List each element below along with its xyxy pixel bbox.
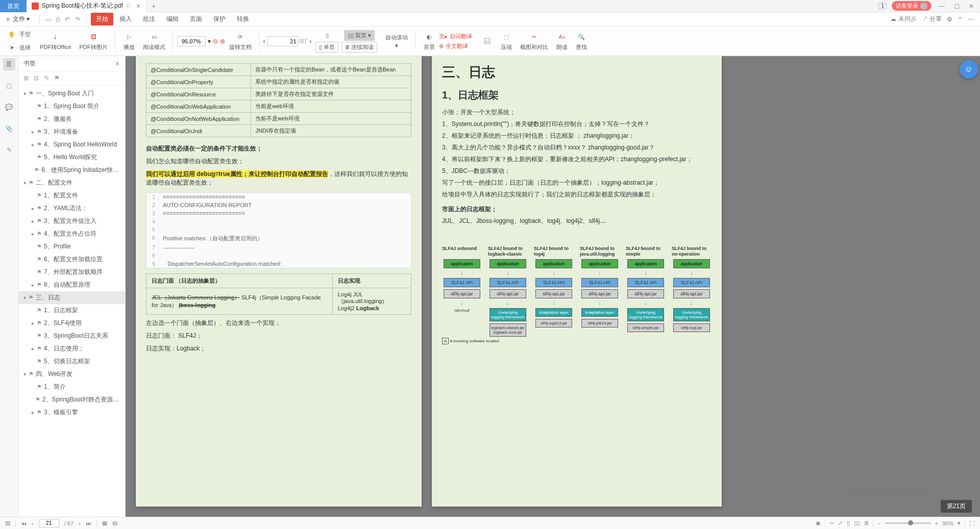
sb-eye-icon[interactable]: ◉ [816, 520, 821, 526]
full-translate[interactable]: ⊕全文翻译 [439, 42, 472, 50]
zoom-input[interactable] [177, 36, 206, 46]
comments-rail-icon[interactable]: 💬 [3, 101, 15, 113]
close-sidebar-icon[interactable]: ✕ [115, 60, 120, 67]
sb-next-icon[interactable]: › [79, 520, 81, 526]
select-tool[interactable]: ➤选择 [6, 42, 31, 54]
sb-last-icon[interactable]: ⏭ [86, 520, 91, 526]
signatures-rail-icon[interactable]: ✎ [3, 144, 15, 156]
menu-convert[interactable]: 转换 [232, 13, 254, 26]
menu-annotate[interactable]: 批注 [138, 13, 160, 26]
read-aloud[interactable]: A»朗读 [552, 30, 572, 52]
zoom-in-icon[interactable]: ⊕ [220, 38, 225, 45]
badge-count[interactable]: 1 [878, 3, 887, 9]
bookmarks-rail-icon[interactable]: ☰ [3, 58, 15, 70]
zoom-out-icon[interactable]: ⊖ [213, 38, 218, 45]
sb-first-icon[interactable]: ⏮ [21, 520, 27, 526]
close-tab-icon[interactable]: ✕ [136, 3, 141, 10]
sync-status[interactable]: ☁ 未同步 [890, 15, 916, 23]
rotate-doc[interactable]: ⟳旋转文档 [225, 30, 259, 52]
close-window-icon[interactable]: ✕ [967, 3, 976, 10]
hand-tool[interactable]: ✋手型 [6, 29, 31, 40]
single-page[interactable]: ▯ 单页 [315, 42, 338, 53]
bookmark-node[interactable]: ▸⚑2、YAML语法： [18, 202, 125, 215]
collapse-ribbon-icon[interactable]: ⌃ [958, 16, 963, 23]
bookmark-node[interactable]: ⚑7、外部配置加载顺序 [18, 266, 125, 279]
bookmark-node[interactable]: ▾⚑四、Web开发 [18, 368, 125, 381]
bookmark-node[interactable]: ▸⚑8、自动配置原理 [18, 279, 125, 291]
bookmark-node[interactable]: ⚑5、切换日志框架 [18, 355, 125, 368]
play-button[interactable]: ▷播放 [119, 30, 139, 52]
open-icon[interactable]: ▭ [45, 16, 51, 23]
sb-prev-icon[interactable]: ‹ [32, 520, 34, 526]
sb-zoom-dropdown-icon[interactable]: ▾ [958, 520, 961, 526]
bookmark-node[interactable]: ▸⚑3、环境准备 [18, 125, 125, 138]
sb-page-input[interactable] [39, 519, 59, 527]
sb-single-icon[interactable]: ▯ [847, 520, 850, 526]
background[interactable]: ◐背景 [420, 30, 439, 52]
sb-pages-icon[interactable]: ▥ [5, 520, 10, 526]
select-text[interactable]: ⿳ [477, 35, 497, 48]
attachments-rail-icon[interactable]: 📎 [3, 122, 15, 135]
home-tab[interactable]: 首页 [0, 0, 27, 12]
hamburger-icon[interactable]: ≡ [6, 16, 10, 23]
crop-compare[interactable]: ✂截图和对比 [516, 30, 552, 52]
share-button[interactable]: ↗ 分享 [922, 15, 942, 23]
page-input[interactable] [267, 36, 298, 46]
sb-fit-width-icon[interactable]: ⇿ [829, 520, 834, 526]
menu-start[interactable]: 开始 [91, 13, 113, 26]
collapse-all-icon[interactable]: ⊟ [34, 74, 39, 82]
document-tab[interactable]: Spring Boot核心技术-笔记.pdf ⚐ ✕ [27, 0, 146, 12]
menu-insert[interactable]: 插入 [114, 13, 137, 26]
sb-grid-icon[interactable]: ▦ [102, 520, 107, 526]
bookmark-node[interactable]: ▸⚑3、配置文件值注入 [18, 215, 125, 228]
undo-icon[interactable]: ↶ [65, 16, 70, 23]
prev-page-icon[interactable]: ‹ [263, 38, 265, 45]
bookmark-node[interactable]: ▸⚑2、SLF4j使用 [18, 317, 125, 330]
sb-zoom-in-icon[interactable]: + [935, 520, 938, 526]
zoom-dropdown-icon[interactable]: ▾ [208, 38, 211, 45]
continuous-read[interactable]: ≣ 连续阅读 [341, 42, 377, 53]
auto-scroll[interactable]: 自动滚动 ▾ [381, 33, 415, 50]
sb-double-icon[interactable]: ▯▯ [854, 520, 860, 526]
bookmark-node[interactable]: ⚑1、日志框架 [18, 304, 125, 317]
pdf-to-image[interactable]: 🖼PDF转图片 [76, 30, 115, 52]
bookmark-node[interactable]: ▾⚑二、配置文件 [18, 177, 125, 189]
help-float-button[interactable]: ☺ [960, 60, 978, 79]
sb-list-icon[interactable]: ▤ [112, 520, 117, 526]
bookmark-node[interactable]: ⚑1、简介 [18, 381, 125, 393]
bookmark-node[interactable]: ▸⚑4、Spring Boot HelloWorld [18, 138, 125, 151]
sb-continuous-icon[interactable]: ≣ [864, 520, 869, 526]
settings-icon[interactable]: ⚙ [947, 16, 952, 23]
sb-zoom-out-icon[interactable]: − [877, 520, 880, 526]
file-menu[interactable]: 文件 ▾ [13, 15, 30, 23]
find[interactable]: 🔍查找 [572, 30, 591, 52]
read-mode[interactable]: ▭阅读模式 [139, 30, 173, 52]
menu-edit[interactable]: 编辑 [161, 13, 184, 26]
bookmark-node[interactable]: ⚑6、使用Spring Initializer快速创建Spring Boot项目 [18, 164, 125, 177]
print-icon[interactable]: ⎙ [56, 16, 60, 23]
bookmark-node[interactable]: ▸⚑4、配置文件占位符 [18, 228, 125, 240]
sb-zoom-slider[interactable] [885, 522, 931, 524]
minimize-icon[interactable]: — [937, 3, 947, 10]
sb-fit-page-icon[interactable]: ⤢ [838, 520, 843, 526]
bookmark-node[interactable]: ▾⚑三、日志 [18, 291, 125, 304]
sb-fullscreen-icon[interactable]: ⛶ [969, 520, 975, 526]
menu-protect[interactable]: 保护 [208, 13, 231, 26]
bookmark-node[interactable]: ⚑1、配置文件 [18, 189, 125, 202]
bookmark-node[interactable]: ⚑5、Profile [18, 240, 125, 253]
bookmark-node[interactable]: ⚑3、SpringBoot日志关系 [18, 330, 125, 342]
bookmark-node[interactable]: ▸⚑4、日志使用； [18, 342, 125, 355]
maximize-icon[interactable]: ▢ [952, 3, 962, 10]
bookmark-node[interactable]: ▸⚑3、模板引擎 [18, 406, 125, 419]
bookmark-node[interactable]: ⚑2、SpringBoot对静态资源的映射规则； [18, 393, 125, 406]
expand-all-icon[interactable]: ⊞ [23, 74, 29, 82]
edit-bookmark-icon[interactable]: ✎ [44, 74, 49, 82]
document-viewport[interactable]: ☺ @ConditionalOnSingleCandidate容器中只有一个指定… [126, 56, 980, 517]
bookmark-node[interactable]: ⚑6、配置文件加载位置 [18, 253, 125, 266]
new-tab-button[interactable]: + [146, 2, 161, 10]
login-button[interactable]: 访客登录 [892, 1, 932, 11]
menu-page[interactable]: 页面 [185, 13, 207, 26]
thumbnails-rail-icon[interactable]: ▢ [3, 80, 15, 92]
more-icon[interactable]: ⋯ [968, 16, 974, 23]
compress[interactable]: ⬚压缩 [497, 30, 516, 52]
